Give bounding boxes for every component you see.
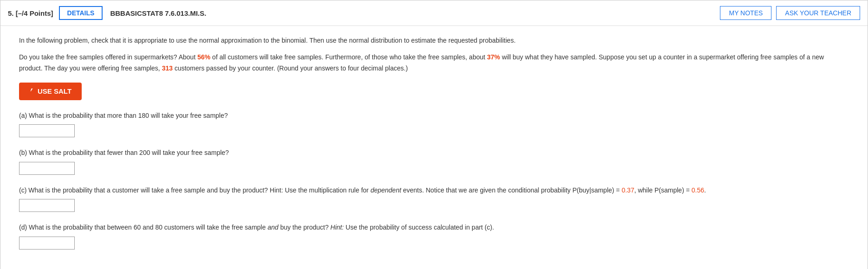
- question-d-hint1: Hint:: [330, 224, 346, 231]
- answer-d-input[interactable]: [19, 237, 75, 250]
- question-d-part2: buy the product?: [279, 224, 330, 231]
- question-d-part1: (d) What is the probability that between…: [19, 224, 267, 231]
- content-area: In the following problem, check that it …: [0, 26, 868, 269]
- answer-a-input[interactable]: [19, 124, 75, 137]
- question-d-label: (d) What is the probability that between…: [19, 222, 849, 232]
- ask-teacher-button[interactable]: ASK YOUR TEACHER: [776, 6, 860, 20]
- problem-part2: of all customers will take free samples.…: [210, 53, 487, 61]
- question-c-section: (c) What is the probability that a custo…: [19, 185, 849, 212]
- problem-text: Do you take the free samples offered in …: [19, 52, 849, 74]
- question-c-part3: , while P(sample) =: [634, 186, 691, 194]
- question-c-italic: dependent: [370, 186, 401, 194]
- salt-icon: ⎖: [29, 87, 34, 96]
- question-b-label: (b) What is the probability that fewer t…: [19, 147, 849, 158]
- question-c-label: (c) What is the probability that a custo…: [19, 185, 849, 195]
- my-notes-button[interactable]: MY NOTES: [720, 6, 771, 20]
- answer-b-input[interactable]: [19, 162, 75, 175]
- use-salt-button[interactable]: ⎖ USE SALT: [19, 83, 82, 100]
- highlight-37: 37%: [487, 53, 500, 61]
- question-b-section: (b) What is the probability that fewer t…: [19, 147, 849, 174]
- header-right-buttons: MY NOTES ASK YOUR TEACHER: [720, 6, 860, 20]
- answer-c-input[interactable]: [19, 199, 75, 212]
- main-container: 5. [–/4 Points] DETAILS BBBASICSTAT8 7.6…: [0, 0, 868, 269]
- question-d-italic: and: [267, 224, 278, 231]
- use-salt-label: USE SALT: [38, 87, 71, 95]
- question-c-val2: 0.56: [692, 186, 704, 194]
- header-bar: 5. [–/4 Points] DETAILS BBBASICSTAT8 7.6…: [0, 0, 868, 26]
- problem-code: BBBASICSTAT8 7.6.013.MI.S.: [110, 9, 720, 17]
- question-c-part1: (c) What is the probability that a custo…: [19, 186, 370, 194]
- problem-part4: customers passed by your counter. (Round…: [173, 64, 408, 72]
- highlight-56: 56%: [197, 53, 210, 61]
- question-c-part2: events. Notice that we are given the con…: [401, 186, 622, 194]
- question-a-label: (a) What is the probability that more th…: [19, 110, 849, 121]
- question-c-part4: .: [704, 186, 706, 194]
- problem-part1: Do you take the free samples offered in …: [19, 53, 197, 61]
- details-button[interactable]: DETAILS: [59, 6, 103, 20]
- question-a-section: (a) What is the probability that more th…: [19, 110, 849, 137]
- question-number: 5. [–/4 Points]: [8, 9, 53, 17]
- highlight-313: 313: [162, 64, 173, 72]
- question-d-section: (d) What is the probability that between…: [19, 222, 849, 249]
- question-c-val1: 0.37: [622, 186, 634, 194]
- question-d-hint2: Use the probability of success calculate…: [346, 224, 494, 231]
- intro-text: In the following problem, check that it …: [19, 35, 849, 45]
